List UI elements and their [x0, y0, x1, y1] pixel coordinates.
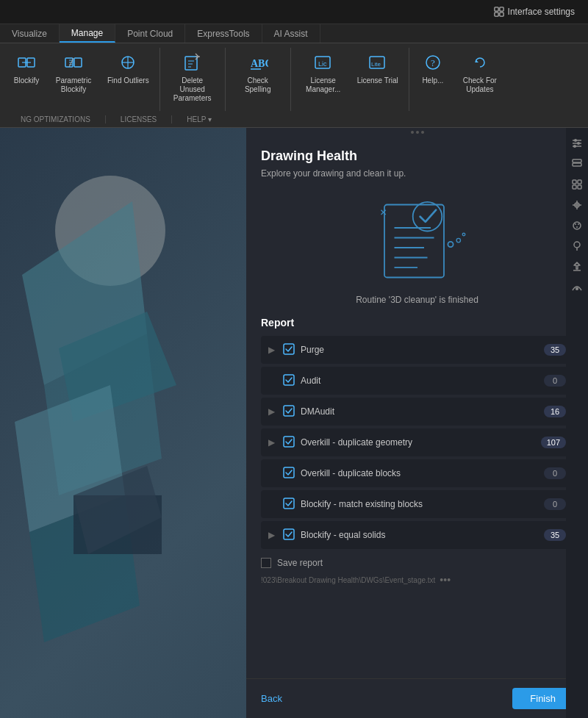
- sliders-toolbar-button[interactable]: [567, 134, 587, 153]
- ng-optimizations-label: NG OPTIMIZATIONS: [6, 115, 106, 123]
- sliders-icon: [571, 137, 583, 149]
- svg-rect-2: [494, 12, 498, 16]
- row-count-overkill-geo: 107: [541, 437, 566, 448]
- row-label-dmaudit: DMAudit: [301, 406, 544, 417]
- delete-unused-params-icon: [181, 51, 204, 74]
- upload-toolbar-button[interactable]: [567, 257, 587, 276]
- svg-rect-0: [494, 7, 498, 11]
- help-button[interactable]: ? Help...: [415, 48, 451, 88]
- license-manager-icon: Lic: [312, 51, 335, 74]
- svg-text:Lite: Lite: [371, 61, 381, 68]
- svg-rect-28: [384, 205, 444, 278]
- palette-icon: [571, 220, 583, 231]
- svg-text:ABC: ABC: [251, 58, 268, 69]
- report-row-purge[interactable]: ▶ Purge 35: [261, 336, 573, 364]
- svg-point-50: [577, 142, 580, 145]
- drag-handle[interactable]: [246, 128, 588, 137]
- svg-point-62: [578, 223, 579, 225]
- row-label-purge: Purge: [301, 345, 544, 355]
- clip-icon: [571, 199, 583, 211]
- check-icon-audit: [283, 374, 295, 388]
- ribbon-group-spelling: ABC Check Spelling: [226, 48, 291, 111]
- check-icon-blockify-solids: [283, 528, 295, 542]
- check-spelling-button[interactable]: ABC Check Spelling: [232, 48, 284, 97]
- svg-rect-45: [284, 498, 294, 509]
- svg-rect-1: [499, 7, 503, 11]
- svg-rect-41: [284, 375, 294, 385]
- check-spelling-icon: ABC: [246, 51, 270, 74]
- illustration-caption: Routine '3D cleanup' is finished: [356, 295, 478, 305]
- chevron-right-icon: ▶: [268, 345, 279, 355]
- panel-subtitle: Explore your drawing and clean it up.: [261, 168, 573, 179]
- svg-rect-55: [573, 180, 576, 184]
- row-label-blockify-solids: Blockify - equal solids: [301, 530, 544, 540]
- right-toolbar: [566, 128, 588, 718]
- check-icon-overkill-blocks: [283, 467, 295, 481]
- licenses-label: LICENSES: [106, 115, 172, 123]
- blockify-button[interactable]: Blockify: [9, 48, 44, 88]
- license-trial-button[interactable]: Lite License Trial: [353, 48, 403, 88]
- svg-point-64: [574, 242, 580, 248]
- report-row-blockify-solids[interactable]: ▶ Blockify - equal solids 35: [261, 521, 573, 549]
- svg-point-38: [456, 238, 460, 242]
- health-illustration: [351, 193, 484, 289]
- main-area: Drawing Health Explore your drawing and …: [0, 128, 588, 718]
- grid-toolbar-button[interactable]: [567, 175, 587, 194]
- blockify-icon: [15, 51, 38, 74]
- chevron-right-icon-dm: ▶: [268, 406, 279, 417]
- report-row-overkill-blocks[interactable]: ▶ Overkill - duplicate blocks 0: [261, 459, 573, 487]
- tab-ai-assist[interactable]: AI Assist: [262, 24, 320, 43]
- panel-title: Drawing Health: [261, 148, 573, 164]
- help-label: Help...: [422, 76, 443, 85]
- upload-icon: [571, 261, 583, 273]
- layers-toolbar-button[interactable]: [567, 154, 587, 173]
- report-row-blockify-match[interactable]: ▶ Blockify - match existing blocks 0: [261, 490, 573, 518]
- svg-rect-7: [74, 58, 82, 67]
- chevron-right-icon-og: ▶: [268, 437, 279, 448]
- svg-rect-54: [573, 163, 581, 166]
- parametric-blockify-button[interactable]: Parametric Blockify: [47, 48, 100, 97]
- file-path-options[interactable]: •••: [440, 574, 451, 586]
- signal-icon: [571, 281, 583, 293]
- license-manager-button[interactable]: Lic License Manager...: [297, 48, 350, 97]
- report-row-overkill-geo[interactable]: ▶ Overkill - duplicate geometry 107: [261, 428, 573, 456]
- delete-unused-params-label: Delete Unused Parameters: [171, 76, 215, 103]
- report-row-audit[interactable]: ▶ Audit 0: [261, 367, 573, 395]
- delete-unused-params-button[interactable]: Delete Unused Parameters: [166, 48, 219, 106]
- find-outliers-icon: [116, 51, 140, 74]
- svg-rect-56: [578, 180, 581, 184]
- balloon-toolbar-button[interactable]: [567, 237, 587, 256]
- row-count-purge: 35: [544, 344, 566, 356]
- tab-visualize[interactable]: Visualize: [0, 24, 60, 43]
- illustration: Routine '3D cleanup' is finished: [261, 193, 573, 305]
- palette-toolbar-button[interactable]: [567, 216, 587, 235]
- balloon-icon: [571, 240, 583, 252]
- panel-body: Drawing Health Explore your drawing and …: [246, 137, 588, 678]
- interface-settings-button[interactable]: Interface settings: [488, 4, 581, 20]
- back-button[interactable]: Back: [261, 693, 282, 704]
- tab-manage[interactable]: Manage: [60, 24, 115, 43]
- svg-point-61: [575, 223, 576, 225]
- row-label-blockify-match: Blockify - match existing blocks: [301, 499, 544, 509]
- report-title: Report: [261, 317, 573, 329]
- save-report-checkbox[interactable]: [261, 558, 271, 568]
- chevron-right-icon-bs: ▶: [268, 530, 279, 540]
- ribbon: Blockify Parametric Blockify Find Outlie…: [0, 43, 588, 128]
- panel-footer: Back Finish: [246, 678, 588, 718]
- signal-toolbar-button[interactable]: [567, 278, 587, 297]
- parametric-blockify-label: Parametric Blockify: [51, 76, 96, 94]
- clip-toolbar-button[interactable]: [567, 195, 587, 215]
- tab-express-tools[interactable]: ExpressTools: [185, 24, 262, 43]
- find-outliers-button[interactable]: Find Outliers: [103, 48, 154, 88]
- svg-rect-42: [284, 406, 294, 416]
- svg-rect-57: [573, 185, 576, 189]
- tab-point-cloud[interactable]: Point Cloud: [115, 24, 185, 43]
- blockify-label: Blockify: [14, 76, 39, 85]
- row-count-overkill-blocks: 0: [544, 467, 566, 479]
- row-count-blockify-match: 0: [544, 498, 566, 510]
- report-rows: ▶ Purge 35 ▶ Audit 0: [261, 336, 573, 549]
- check-updates-button[interactable]: Check For Updates: [453, 48, 506, 97]
- finish-button[interactable]: Finish: [512, 688, 573, 709]
- row-label-overkill-geo: Overkill - duplicate geometry: [301, 437, 541, 448]
- report-row-dmaudit[interactable]: ▶ DMAudit 16: [261, 398, 573, 426]
